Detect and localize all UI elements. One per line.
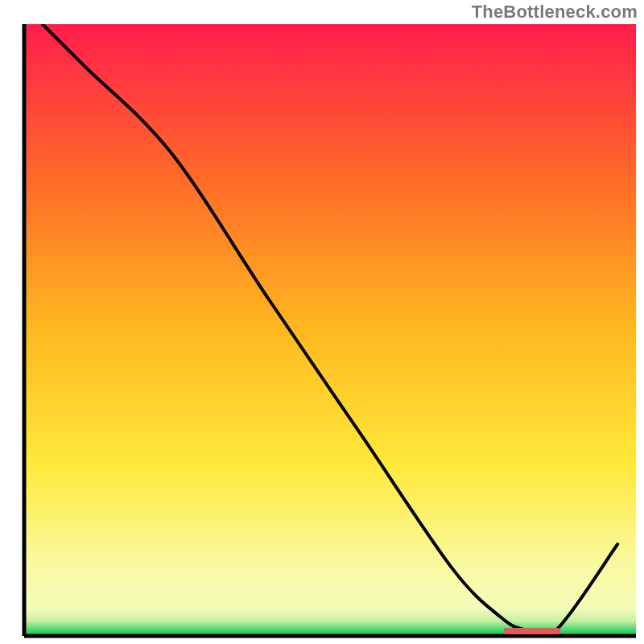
chart-stage: TheBottleneck.com: [0, 0, 644, 644]
gradient-background: [24, 24, 636, 636]
bottleneck-chart: [0, 0, 644, 644]
min-marker: [504, 628, 560, 634]
watermark-label: TheBottleneck.com: [472, 2, 638, 23]
